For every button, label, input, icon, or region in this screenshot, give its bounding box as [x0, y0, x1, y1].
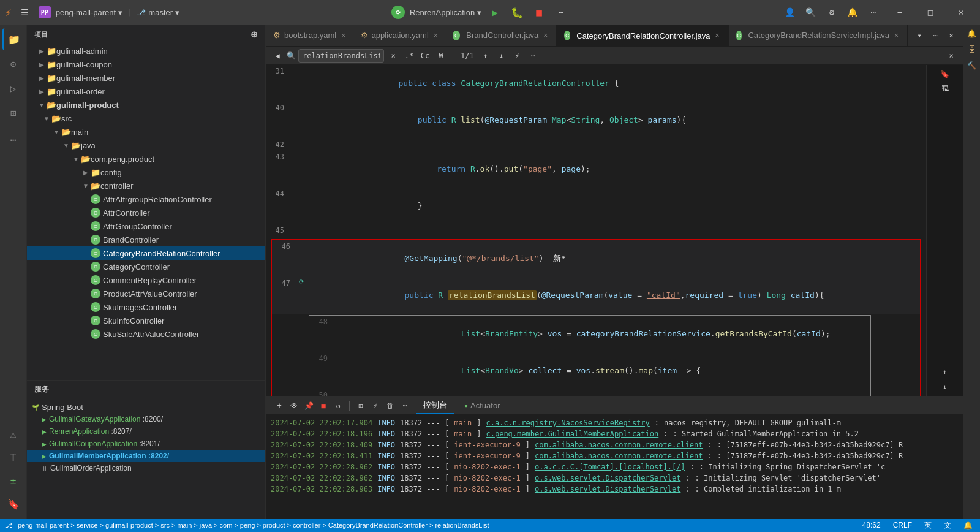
tab-category-brand-service[interactable]: C CategoryBrandRelationServiceImpl.java … — [729, 25, 908, 46]
service-item-renren[interactable]: ▶ RenrenApplication :8207/ — [27, 425, 265, 438]
word-icon[interactable]: W — [434, 49, 448, 63]
tree-item-com-peng-product[interactable]: ▼ 📂 com.peng.product — [27, 152, 265, 165]
prev-match-icon[interactable]: ↑ — [479, 49, 492, 63]
filter-btn[interactable]: ⚡ — [369, 400, 382, 412]
close-button[interactable]: × — [947, 2, 975, 22]
tree-item-java[interactable]: ▼ 📂 java — [27, 139, 265, 152]
tree-item-main[interactable]: ▼ 📂 main — [27, 125, 265, 139]
problems-icon[interactable]: ⚠ — [2, 423, 24, 445]
settings-icon[interactable]: ⚙ — [823, 4, 840, 21]
clear-search-icon[interactable]: × — [386, 49, 400, 63]
user-icon[interactable]: 👤 — [782, 4, 799, 21]
pin-icon[interactable]: 📌 — [303, 400, 315, 412]
filter-icon[interactable]: ⚡ — [511, 49, 524, 63]
maximize-button[interactable]: □ — [916, 2, 944, 22]
build-icon[interactable]: 🔨 — [965, 59, 979, 72]
code-editor[interactable]: 31 public class CategoryBrandRelationCon… — [266, 65, 926, 396]
close-search-icon[interactable]: × — [944, 49, 958, 63]
structure-tool-icon[interactable]: 🏗 — [938, 82, 952, 96]
tab-list-icon[interactable]: ▾ — [913, 29, 926, 42]
search-input[interactable] — [298, 49, 384, 63]
tree-item-AttrAttrgroupRelationController[interactable]: C AttrAttrgroupRelationController — [27, 192, 265, 206]
tree-item-gulimall-admin[interactable]: ▶ 📁 gulimall-admin — [27, 44, 265, 58]
scroll-btn[interactable]: ⊞ — [355, 400, 367, 412]
show-icon[interactable]: 👁 — [288, 400, 300, 412]
case-icon[interactable]: Cc — [418, 49, 432, 63]
regex-icon[interactable]: .* — [402, 49, 416, 63]
tab-brand-controller[interactable]: C BrandController.java × — [445, 25, 557, 46]
scroll-down-icon[interactable]: ↓ — [938, 380, 952, 393]
service-item-gateway[interactable]: ▶ GulimallGatewayApplication :8200/ — [27, 413, 265, 425]
app-selector[interactable]: RenrenApplication ▾ — [410, 8, 481, 17]
project-selector[interactable]: peng-mall-parent ▾ — [56, 8, 123, 17]
tree-item-AttrGroupController[interactable]: C AttrGroupController — [27, 219, 265, 233]
next-match-icon[interactable]: ↓ — [495, 49, 508, 63]
tab-close-icon[interactable]: × — [340, 30, 347, 41]
branch-selector[interactable]: ⎇ master ▾ — [137, 8, 179, 17]
service-item-member[interactable]: ▶ GulimallMemberApplication :8202/ — [27, 450, 265, 462]
tab-close-icon[interactable]: × — [893, 30, 900, 41]
encoding-status[interactable]: CRLF — [891, 521, 914, 530]
tree-item-SkuInfoController[interactable]: C SkuInfoController — [27, 314, 265, 327]
more-tools-icon[interactable]: … — [2, 126, 24, 148]
tab-close-icon[interactable]: × — [542, 30, 549, 41]
tree-item-SkuImagesController[interactable]: C SkuImagesController — [27, 300, 265, 314]
service-item-coupon[interactable]: ▶ GulimallCouponApplication :8201/ — [27, 438, 265, 450]
git-icon[interactable]: ± — [2, 469, 24, 492]
tree-item-CategoryBrandRelationController[interactable]: C CategoryBrandRelationController — [27, 246, 265, 260]
clear-btn[interactable]: 🗑 — [384, 400, 396, 412]
notifications-icon[interactable]: 🔔 — [965, 27, 979, 40]
tree-item-AttrController[interactable]: C AttrController — [27, 206, 265, 219]
tree-item-SkuSaleAttrValueController[interactable]: C SkuSaleAttrValueController — [27, 327, 265, 341]
expand-left-icon[interactable]: ◀ — [271, 49, 284, 63]
terminal-icon[interactable]: T — [2, 446, 24, 468]
translate-icon[interactable]: 文 — [941, 520, 954, 531]
tree-item-gulimall-order[interactable]: ▶ 📁 gulimall-order — [27, 85, 265, 98]
stop-console-icon[interactable]: ■ — [317, 400, 330, 412]
service-item-spring-boot[interactable]: 🌱 Spring Boot — [27, 401, 265, 413]
tree-item-src[interactable]: ▼ 📂 src — [27, 112, 265, 125]
tree-item-gulimall-member[interactable]: ▶ 📁 gulimall-member — [27, 71, 265, 85]
line-col-status[interactable]: 48:62 — [860, 521, 883, 530]
minimize-button[interactable]: − — [886, 2, 914, 22]
tab-bootstrap-yaml[interactable]: ⚙ bootstrap.yaml × — [266, 25, 353, 46]
tree-item-ProductAttrValueController[interactable]: C ProductAttrValueController — [27, 287, 265, 300]
explorer-icon[interactable]: 📁 — [2, 28, 24, 50]
tab-close-panel-icon[interactable]: × — [944, 29, 958, 42]
notification-icon[interactable]: 🔔 — [844, 4, 861, 21]
tree-item-BrandController[interactable]: C BrandController — [27, 233, 265, 246]
tab-category-brand-controller[interactable]: C CategoryBrandRelationController.java × — [557, 25, 728, 46]
plugins-icon[interactable]: ⊞ — [2, 102, 24, 124]
tab-actuator[interactable]: ● Actuator — [457, 398, 507, 412]
tree-item-gulimall-coupon[interactable]: ▶ 📁 gulimall-coupon — [27, 58, 265, 71]
restart-icon[interactable]: ↺ — [332, 400, 344, 412]
lang-status[interactable]: 英 — [922, 520, 934, 531]
tab-close-icon[interactable]: × — [432, 30, 439, 41]
commit-icon[interactable]: ⊙ — [2, 53, 24, 75]
more-btn[interactable]: ⋯ — [399, 400, 411, 412]
add-console-icon[interactable]: + — [273, 400, 285, 412]
tab-more-icon[interactable]: ⋯ — [929, 29, 942, 42]
more-search-icon[interactable]: ⋯ — [527, 49, 540, 63]
database-icon[interactable]: 🗄 — [965, 43, 979, 56]
tree-item-controller[interactable]: ▼ 📂 controller — [27, 179, 265, 192]
more-icon[interactable]: ⋯ — [552, 4, 570, 21]
bookmark-icon[interactable]: 🔖 — [2, 493, 24, 515]
more-options-icon[interactable]: ⋯ — [865, 4, 882, 21]
stop-icon[interactable]: ■ — [530, 4, 548, 21]
tab-application-yaml[interactable]: ⚙ application.yaml × — [353, 25, 445, 46]
tab-console[interactable]: 控制台 — [416, 397, 454, 414]
tree-item-gulimall-product[interactable]: ▼ 📂 gulimall-product — [27, 98, 265, 112]
tab-close-icon[interactable]: × — [714, 30, 721, 41]
debug-icon[interactable]: 🐛 — [508, 4, 526, 21]
tree-item-CommentReplayController[interactable]: C CommentReplayController — [27, 273, 265, 287]
search-icon[interactable]: 🔍 — [802, 4, 820, 21]
run-debug-icon[interactable]: ▷ — [2, 77, 24, 99]
service-item-order[interactable]: ⏸ GulimallOrderApplication — [27, 462, 265, 474]
tree-item-config[interactable]: ▶ 📁 config — [27, 165, 265, 179]
run-icon[interactable]: ▶ — [486, 4, 503, 21]
scroll-up-icon[interactable]: ↑ — [938, 365, 952, 379]
tree-item-CategoryController[interactable]: C CategoryController — [27, 260, 265, 273]
hamburger-icon[interactable]: ☰ — [17, 4, 34, 21]
bookmark-tool-icon[interactable]: 🔖 — [938, 67, 952, 81]
